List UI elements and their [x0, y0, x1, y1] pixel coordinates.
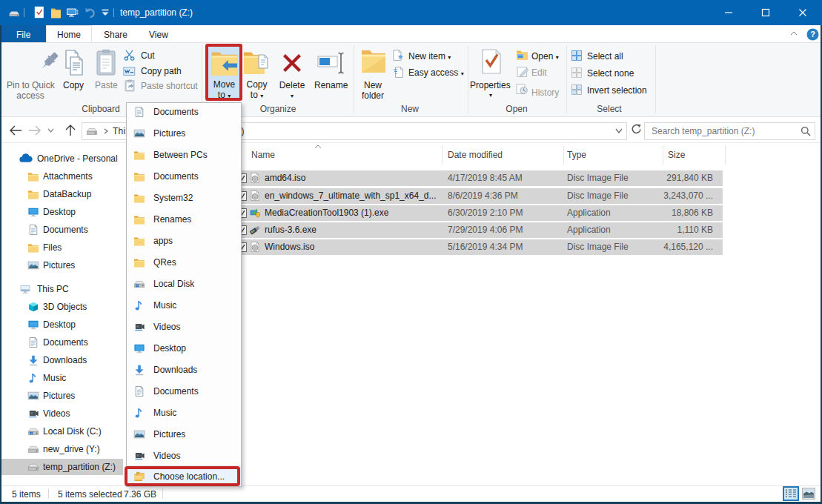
svg-text:?: ? [810, 30, 815, 39]
